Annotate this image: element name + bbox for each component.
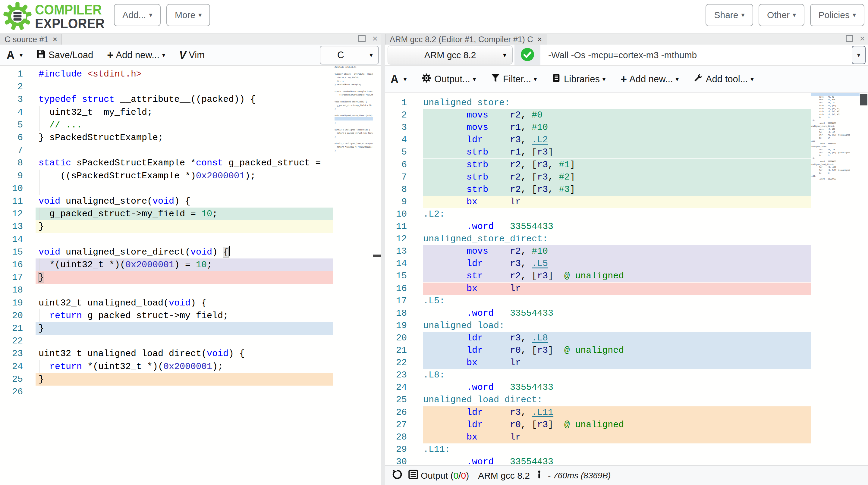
code-line[interactable]: 26: [0, 386, 381, 398]
close-icon[interactable]: ×: [860, 35, 865, 42]
add-new-button[interactable]: +Add new...▾: [107, 49, 165, 61]
code-line[interactable]: 10.L2:: [385, 208, 868, 221]
code-line[interactable]: 7: [0, 144, 381, 157]
code-line[interactable]: 23.L8:: [385, 369, 868, 381]
pane-splitter[interactable]: [381, 33, 385, 485]
code-line[interactable]: 22: [0, 335, 381, 347]
code-line[interactable]: 7 strb r2, [r3, #2]: [385, 171, 868, 184]
compiler-options-input[interactable]: [540, 44, 851, 65]
code-line[interactable]: 19uint32_t unaligned_load(void) {: [0, 297, 381, 310]
code-line[interactable]: 17}: [0, 271, 381, 284]
code-line[interactable]: 3typedef struct __attribute__((packed)) …: [0, 93, 381, 106]
policies-button[interactable]: Policies▾: [810, 4, 864, 26]
code-line[interactable]: 26 ldr r3, .L11: [385, 407, 868, 419]
label-link[interactable]: .L2: [532, 135, 548, 145]
code-line[interactable]: 18 .word 33554433: [385, 307, 868, 320]
code-line[interactable]: 16 bx lr: [385, 283, 868, 295]
add-tool-button[interactable]: Add tool...▾: [694, 73, 754, 85]
source-code-editor[interactable]: 1#include <stdint.h>23typedef struct __a…: [0, 66, 381, 485]
code-line[interactable]: 15void unaligned_store_direct(void) {: [0, 246, 381, 258]
font-size-button[interactable]: A▾: [391, 73, 407, 86]
code-line[interactable]: 3 movs r1, #10: [385, 121, 868, 134]
vim-toggle-button[interactable]: VVim: [179, 49, 205, 61]
code-line[interactable]: 14 ldr r3, .L5: [385, 258, 868, 270]
code-line[interactable]: 11void unaligned_store(void) {: [0, 195, 381, 207]
code-line[interactable]: 23uint32_t unaligned_load_direct(void) {: [0, 347, 381, 360]
more-menu-button[interactable]: More▾: [166, 4, 210, 26]
save-load-button[interactable]: Save/Load: [36, 50, 93, 61]
close-icon[interactable]: ×: [372, 35, 378, 42]
code-line[interactable]: 2: [0, 80, 381, 93]
close-icon[interactable]: ×: [53, 35, 58, 44]
tab-compiler[interactable]: ARM gcc 8.2 (Editor #1, Compiler #1) C ×: [385, 34, 547, 45]
compiler-picker[interactable]: ARM gcc 8.2 ▾: [388, 45, 513, 64]
asm-output-editor[interactable]: 1unaligned_store:2 movs r2, #03 movs r1,…: [385, 93, 868, 465]
close-icon[interactable]: ×: [537, 35, 542, 44]
source-minimap[interactable]: #include <stdint.h> typedef struct __att…: [335, 66, 373, 165]
code-line[interactable]: 17.L5:: [385, 295, 868, 307]
code-line[interactable]: 9 bx lr: [385, 196, 868, 208]
code-line[interactable]: 5 strb r1, [r3]: [385, 146, 868, 158]
filter-button[interactable]: Filter...▾: [491, 73, 537, 85]
tab-c-source[interactable]: C source #1 ×: [0, 34, 62, 45]
code-line[interactable]: 19unaligned_load:: [385, 320, 868, 332]
label-link[interactable]: .L11: [532, 407, 553, 418]
add-new-button[interactable]: +Add new...▾: [621, 73, 679, 86]
compiler-explorer-logo[interactable]: COMPILER EXPLORER: [3, 2, 104, 32]
share-button[interactable]: Share▾: [706, 4, 753, 26]
code-line[interactable]: 6} sPackedStructExample;: [0, 131, 381, 144]
code-line[interactable]: 24 .word 33554433: [385, 381, 868, 394]
code-line[interactable]: 21}: [0, 322, 381, 335]
code-line[interactable]: 13 movs r2, #10: [385, 245, 868, 258]
code-line[interactable]: 1unaligned_store:: [385, 97, 868, 109]
code-line[interactable]: 13}: [0, 220, 381, 233]
code-line[interactable]: 4 uint32_t my_field;: [0, 106, 381, 119]
code-line[interactable]: 8 strb r2, [r3, #3]: [385, 184, 868, 196]
code-line[interactable]: 12unaligned_store_direct:: [385, 233, 868, 245]
add-menu-button[interactable]: Add...▾: [114, 4, 161, 26]
splitter-handle[interactable]: [373, 255, 381, 257]
asm-scrollbar[interactable]: [860, 94, 867, 105]
code-line[interactable]: 11 .word 33554433: [385, 221, 868, 233]
code-line[interactable]: 10: [0, 182, 381, 195]
font-size-button[interactable]: A▾: [7, 49, 23, 61]
code-line[interactable]: 29.L11:: [385, 444, 868, 456]
label-link[interactable]: .L8: [532, 333, 548, 343]
asm-minimap[interactable]: unaligned_store: movs r2, #0 movs r1, #1…: [811, 93, 860, 186]
maximize-icon[interactable]: [358, 35, 366, 42]
code-line[interactable]: 27 ldr r0, [r3] @ unaligned: [385, 419, 868, 431]
info-icon[interactable]: [535, 470, 544, 481]
code-line[interactable]: 5 // ...: [0, 119, 381, 131]
options-dropdown-button[interactable]: ▾: [852, 46, 866, 64]
code-line[interactable]: 20 ldr r3, .L8: [385, 332, 868, 344]
label-link[interactable]: .L5: [532, 258, 548, 269]
refresh-icon[interactable]: [392, 469, 403, 482]
output-log-icon[interactable]: [408, 469, 418, 482]
output-toggle[interactable]: Output (0/0): [421, 471, 469, 481]
code-line[interactable]: 30 .word 33554433: [385, 456, 868, 465]
code-line[interactable]: 24 return *(uint32_t *)(0x2000001);: [0, 360, 381, 373]
code-line[interactable]: 16 *(uint32_t *)(0x2000001) = 10;: [0, 258, 381, 271]
maximize-icon[interactable]: [846, 35, 853, 42]
other-button[interactable]: Other▾: [758, 4, 804, 26]
code-line[interactable]: 21 ldr r0, [r3] @ unaligned: [385, 344, 868, 357]
code-line[interactable]: 15 str r2, [r3] @ unaligned: [385, 270, 868, 282]
code-line[interactable]: 2 movs r2, #0: [385, 109, 868, 121]
code-line[interactable]: 14: [0, 233, 381, 246]
code-line[interactable]: 6 strb r2, [r3, #1]: [385, 159, 868, 171]
code-line[interactable]: 8static sPackedStructExample *const g_pa…: [0, 157, 381, 169]
code-line[interactable]: 20 return g_packed_struct->my_field;: [0, 310, 381, 322]
code-line[interactable]: 28 bx lr: [385, 431, 868, 444]
code-line[interactable]: 12 g_packed_struct->my_field = 10;: [0, 207, 381, 220]
code-line[interactable]: 22 bx lr: [385, 357, 868, 369]
code-line[interactable]: 25unaligned_load_direct:: [385, 394, 868, 406]
source-scrollbar[interactable]: [373, 66, 381, 485]
output-options-button[interactable]: Output...▾: [422, 73, 476, 85]
code-line[interactable]: 9 ((sPackedStructExample *)0x2000001);: [0, 170, 381, 182]
libraries-button[interactable]: Libraries▾: [552, 73, 606, 85]
code-line[interactable]: 18: [0, 284, 381, 296]
code-line[interactable]: 1#include <stdint.h>: [0, 68, 381, 80]
code-line[interactable]: 4 ldr r3, .L2: [385, 134, 868, 146]
language-select[interactable]: C ▾: [320, 46, 379, 64]
code-line[interactable]: 25}: [0, 373, 381, 386]
